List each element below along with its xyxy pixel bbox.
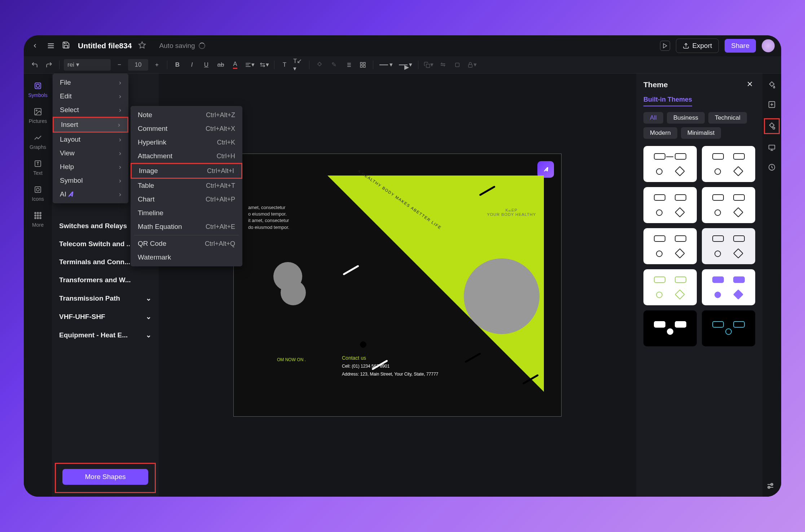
menu-item-watermark[interactable]: Watermark (131, 251, 242, 264)
share-button[interactable]: Share (725, 39, 756, 53)
contact-title: Contact us (342, 355, 438, 361)
pill-technical[interactable]: Technical (708, 112, 747, 124)
theme-grid (643, 146, 755, 346)
list-button[interactable] (343, 59, 354, 71)
menu-item-math-equation[interactable]: Math EquationCtrl+Alt+E (131, 220, 242, 234)
menu-item-note[interactable]: NoteCtrl+Alt+Z (131, 108, 242, 122)
pill-modern[interactable]: Modern (643, 127, 677, 139)
settings-toggle-button[interactable] (766, 482, 776, 492)
theme-card[interactable] (643, 269, 697, 305)
theme-card[interactable] (702, 146, 755, 182)
hamburger-menu-button[interactable] (46, 41, 56, 50)
autosave-status: Auto saving (159, 42, 205, 50)
menu-item-insert[interactable]: Insert› (53, 117, 128, 133)
font-size-increase[interactable]: + (151, 59, 163, 71)
insert-tool-button[interactable] (766, 99, 778, 110)
category-equipment-heat[interactable]: Equipment - Heat E...⌄ (52, 326, 159, 344)
category-transformers[interactable]: Transformers and W... (52, 271, 159, 289)
theme-card[interactable] (643, 146, 697, 182)
sidebar-item-pictures[interactable]: Pictures (29, 107, 47, 124)
save-icon[interactable] (62, 41, 71, 50)
menu-item-file[interactable]: File› (53, 76, 128, 89)
menu-item-comment[interactable]: CommentCtrl+Alt+X (131, 122, 242, 136)
preview-button[interactable] (660, 41, 670, 51)
bold-button[interactable]: B (172, 59, 183, 71)
theme-subtitle[interactable]: Built-in Themes (643, 96, 692, 106)
pill-business[interactable]: Business (667, 112, 705, 124)
font-size-input[interactable]: 10 (128, 59, 148, 71)
contact-cell: Cell: (01) 1234 567 8901 (342, 364, 438, 369)
font-size-decrease[interactable]: − (114, 59, 125, 71)
theme-card[interactable] (702, 228, 755, 264)
svg-rect-22 (36, 84, 39, 87)
menu-item-table[interactable]: TableCtrl+Alt+T (131, 179, 242, 192)
line-style-button[interactable]: ▾ (378, 59, 394, 71)
sidebar-item-graphs[interactable]: Graphs (30, 133, 46, 150)
theme-card[interactable] (702, 310, 755, 346)
menu-item-image[interactable]: ImageCtrl+Alt+I (131, 163, 242, 179)
menu-item-qr-code[interactable]: QR CodeCtrl+Alt+Q (131, 237, 242, 251)
menu-item-timeline[interactable]: Timeline (131, 206, 242, 220)
flip-button[interactable]: ⇋ (437, 59, 449, 71)
user-avatar[interactable] (762, 39, 775, 52)
theme-card[interactable] (643, 187, 697, 223)
text-direction-button[interactable]: T↙ ▾ (293, 59, 305, 71)
menu-item-hyperlink[interactable]: HyperlinkCtrl+K (131, 136, 242, 149)
font-selector[interactable]: rei ▾ (64, 59, 111, 71)
category-vhf-uhf-shf[interactable]: VHF-UHF-SHF⌄ (52, 307, 159, 326)
crop-button[interactable] (452, 59, 463, 71)
fill-button[interactable] (314, 59, 325, 71)
export-label: Export (692, 42, 712, 50)
align-button[interactable]: ▾ (244, 59, 255, 71)
right-sidebar (762, 74, 781, 497)
theme-close-button[interactable] (746, 80, 755, 89)
text-tool-button[interactable]: T (279, 59, 290, 71)
sidebar-label-pictures: Pictures (29, 118, 47, 124)
fill-tool-button[interactable] (766, 79, 778, 91)
menu-item-layout[interactable]: Layout› (53, 133, 128, 146)
menu-item-attachment[interactable]: AttachmentCtrl+H (131, 149, 242, 163)
menu-item-help[interactable]: Help› (53, 160, 128, 174)
pill-all[interactable]: All (643, 112, 663, 124)
menu-item-chart[interactable]: ChartCtrl+Alt+P (131, 192, 242, 206)
favorite-star-button[interactable] (138, 41, 146, 51)
sidebar-item-text[interactable]: Text (33, 159, 43, 176)
document-title[interactable]: Untitled file834 (78, 41, 132, 50)
sidebar-item-symbols[interactable]: Symbols (28, 81, 48, 98)
theme-card[interactable] (702, 187, 755, 223)
italic-button[interactable]: I (186, 59, 198, 71)
category-transmission-path[interactable]: Transmission Path⌄ (52, 289, 159, 307)
eyedropper-button[interactable]: ✎ (328, 59, 340, 71)
menu-item-symbol[interactable]: Symbol› (53, 174, 128, 187)
theme-card[interactable] (643, 228, 697, 264)
svg-point-35 (40, 215, 41, 216)
sidebar-item-more[interactable]: More (32, 210, 44, 228)
theme-card[interactable] (643, 310, 697, 346)
grid-button[interactable] (357, 59, 369, 71)
font-color-button[interactable]: A (229, 59, 241, 71)
presentation-tool-button[interactable] (766, 142, 778, 154)
undo-button[interactable] (29, 59, 40, 71)
menu-item-view[interactable]: View› (53, 146, 128, 160)
redo-button[interactable] (43, 59, 55, 71)
theme-tool-button[interactable] (764, 118, 780, 134)
menu-item-ai[interactable]: AI 𝘼› (53, 187, 128, 201)
pill-minimalist[interactable]: Minimalist (681, 127, 721, 139)
strikethrough-button[interactable]: ab (215, 59, 226, 71)
lock-button[interactable]: ▾ (466, 59, 478, 71)
menu-item-edit[interactable]: Edit› (53, 89, 128, 103)
sidebar-item-icons[interactable]: Icons (32, 185, 44, 202)
back-button[interactable] (30, 41, 40, 50)
menu-item-select[interactable]: Select› (53, 103, 128, 117)
export-button[interactable]: Export (676, 39, 719, 53)
more-shapes-button[interactable]: More Shapes (62, 469, 148, 485)
ai-badge-icon[interactable]: 𝘼 (537, 161, 554, 178)
line-spacing-button[interactable]: ▾ (258, 59, 270, 71)
history-tool-button[interactable] (766, 161, 778, 173)
copy-button[interactable]: ▾ (423, 59, 434, 71)
canvas-frame[interactable]: 𝘼 A HEALTHY BODY MAKES ABETTER LIFE KEEP… (233, 154, 562, 417)
theme-card[interactable] (702, 269, 755, 305)
svg-point-44 (773, 127, 775, 129)
arrow-style-button[interactable]: ▶▾ (397, 59, 414, 71)
underline-button[interactable]: U (201, 59, 212, 71)
